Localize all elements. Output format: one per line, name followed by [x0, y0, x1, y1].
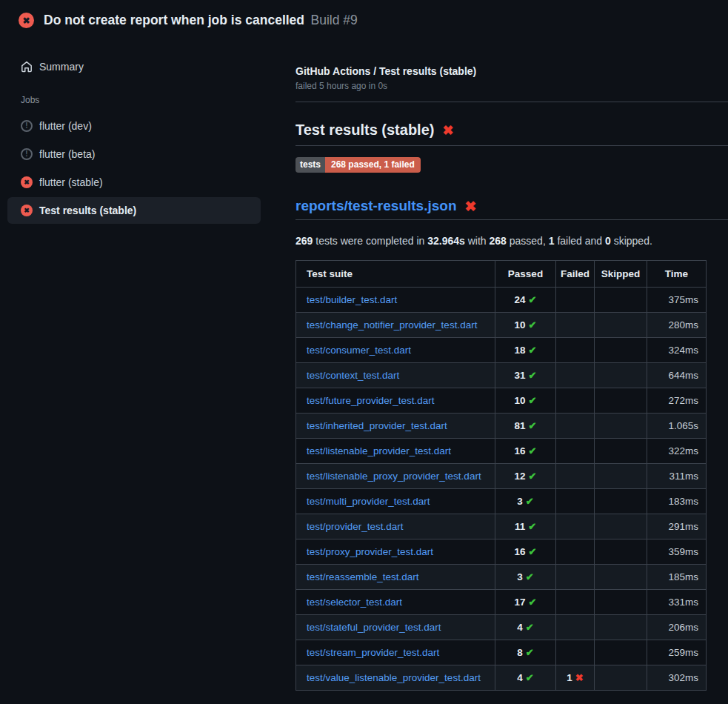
sidebar-item-flutter-dev[interactable]: !flutter (dev)	[7, 113, 261, 139]
check-icon: ✔	[528, 521, 536, 532]
failed-cell	[556, 338, 595, 363]
check-icon: ✔	[529, 370, 537, 381]
sidebar-summary-label: Summary	[39, 61, 84, 73]
results-table: Test suitePassedFailedSkippedTime test/b…	[295, 260, 707, 691]
passed-count: 16	[515, 445, 526, 456]
section-title: Test results (stable)	[295, 122, 434, 139]
passed-cell: 11✔	[495, 514, 556, 539]
check-icon: ✔	[526, 496, 534, 507]
time-cell: 375ms	[647, 288, 707, 313]
run-header: ✖ Do not create report when job is cance…	[0, 0, 728, 38]
run-meta: failed 5 hours ago in 0s	[295, 81, 728, 91]
test-suite-link[interactable]: test/context_test.dart	[307, 370, 399, 381]
test-suite-link[interactable]: test/listenable_provider_test.dart	[307, 445, 451, 456]
passed-cell: 31✔	[495, 363, 556, 388]
table-header-row: Test suitePassedFailedSkippedTime	[296, 261, 707, 288]
job-label: flutter (stable)	[39, 176, 103, 188]
passed-count: 18	[515, 345, 526, 356]
time-cell: 259ms	[647, 640, 707, 665]
passed-cell: 12✔	[495, 464, 556, 489]
table-row: test/builder_test.dart24✔375ms	[296, 288, 707, 313]
table-row: test/stateful_provider_test.dart4✔206ms	[296, 615, 707, 640]
job-label: flutter (dev)	[39, 120, 92, 132]
column-header-test-suite: Test suite	[296, 261, 495, 288]
test-suite-link[interactable]: test/multi_provider_test.dart	[307, 496, 430, 507]
failed-x-icon: ✖	[442, 124, 453, 137]
run-title: Do not create report when job is cancell…	[44, 13, 304, 27]
jobs-section-label: Jobs	[7, 95, 261, 105]
column-header-failed: Failed	[556, 261, 595, 288]
test-suite-link[interactable]: test/future_provider_test.dart	[307, 395, 435, 406]
time-cell: 185ms	[647, 565, 707, 590]
check-icon: ✔	[529, 445, 537, 456]
skipped-cell	[595, 439, 647, 464]
time-cell: 280ms	[647, 313, 707, 338]
passed-count: 24	[515, 294, 526, 305]
passed-cell: 24✔	[495, 288, 556, 313]
sidebar-item-summary[interactable]: Summary	[7, 53, 261, 80]
test-suite-cell: test/listenable_proxy_provider_test.dart	[296, 464, 495, 489]
failed-cell	[556, 514, 595, 539]
time-cell: 291ms	[647, 514, 707, 539]
test-suite-cell: test/inherited_provider_test.dart	[296, 414, 495, 439]
check-icon: ✔	[529, 471, 537, 482]
test-suite-cell: test/stream_provider_test.dart	[296, 640, 495, 665]
time-cell: 359ms	[647, 539, 707, 565]
sidebar-item-flutter-beta[interactable]: !flutter (beta)	[7, 141, 261, 167]
time-cell: 1.065s	[647, 414, 707, 439]
check-icon: ✔	[526, 647, 534, 658]
test-suite-link[interactable]: test/reassemble_test.dart	[307, 571, 419, 582]
test-suite-link[interactable]: test/builder_test.dart	[307, 294, 397, 305]
test-suite-link[interactable]: test/selector_test.dart	[307, 597, 402, 608]
check-icon: ✔	[526, 672, 534, 683]
skipped-cell	[595, 338, 647, 363]
test-suite-link[interactable]: test/consumer_test.dart	[307, 345, 411, 356]
build-number: Build #9	[310, 13, 357, 27]
passed-cell: 18✔	[495, 338, 556, 363]
table-row: test/proxy_provider_test.dart16✔359ms	[296, 539, 707, 565]
test-suite-link[interactable]: test/provider_test.dart	[307, 521, 404, 532]
passed-count: 17	[515, 597, 526, 608]
passed-cell: 4✔	[495, 615, 556, 640]
test-suite-cell: test/proxy_provider_test.dart	[296, 539, 495, 565]
failed-cell: 1✖	[556, 665, 595, 691]
skipped-cell	[595, 363, 647, 388]
check-icon: ✔	[529, 546, 537, 557]
time-cell: 311ms	[647, 464, 707, 489]
time-cell: 302ms	[647, 665, 707, 691]
test-suite-cell: test/consumer_test.dart	[296, 338, 495, 363]
table-row: test/multi_provider_test.dart3✔183ms	[296, 489, 707, 514]
test-suite-link[interactable]: test/listenable_proxy_provider_test.dart	[307, 471, 481, 482]
time-cell: 272ms	[647, 388, 707, 414]
report-file-link[interactable]: reports/test-results.json	[295, 198, 457, 214]
table-row: test/listenable_provider_test.dart16✔322…	[296, 439, 707, 464]
test-suite-link[interactable]: test/change_notifier_provider_test.dart	[307, 319, 477, 331]
sidebar-item-test-results-stable[interactable]: ✖Test results (stable)	[7, 197, 261, 224]
test-suite-link[interactable]: test/proxy_provider_test.dart	[307, 546, 433, 557]
time-cell: 206ms	[647, 615, 707, 640]
passed-count: 31	[515, 370, 526, 381]
main-content: GitHub Actions / Test results (stable) f…	[295, 38, 728, 691]
passed-cell: 81✔	[495, 414, 556, 439]
passed-count: 4	[517, 672, 523, 683]
passed-count: 10	[515, 395, 526, 406]
run-failed-icon: ✖	[19, 13, 34, 28]
test-suite-link[interactable]: test/stateful_provider_test.dart	[307, 622, 441, 633]
table-row: test/stream_provider_test.dart8✔259ms	[296, 640, 707, 665]
passed-cell: 10✔	[495, 388, 556, 414]
sidebar-item-flutter-stable[interactable]: ✖flutter (stable)	[7, 169, 261, 196]
skipped-cell	[595, 489, 647, 514]
jobs-list: !flutter (dev)!flutter (beta)✖flutter (s…	[7, 113, 261, 224]
skipped-cell	[595, 288, 647, 313]
passed-cell: 17✔	[495, 590, 556, 615]
check-icon: ✔	[526, 571, 534, 582]
failed-cell	[556, 464, 595, 489]
time-cell: 324ms	[647, 338, 707, 363]
check-icon: ✔	[529, 345, 537, 356]
skipped-cell	[595, 565, 647, 590]
test-suite-link[interactable]: test/inherited_provider_test.dart	[307, 420, 447, 431]
test-suite-cell: test/change_notifier_provider_test.dart	[296, 313, 495, 338]
test-suite-link[interactable]: test/stream_provider_test.dart	[307, 647, 439, 658]
test-suite-link[interactable]: test/value_listenable_provider_test.dart	[307, 672, 481, 683]
job-label: Test results (stable)	[39, 205, 136, 216]
